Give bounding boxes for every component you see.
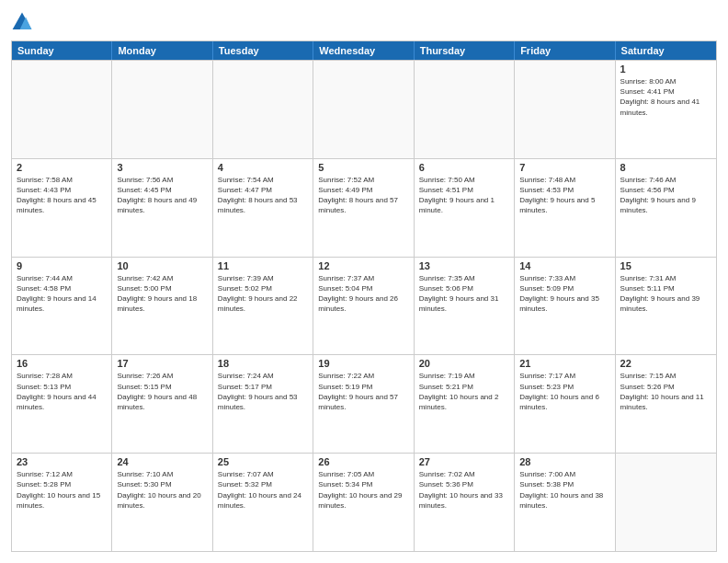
calendar-row: 23Sunrise: 7:12 AM Sunset: 5:28 PM Dayli… (12, 453, 716, 551)
day-number: 7 (519, 162, 609, 173)
weekday-header: Thursday (415, 41, 515, 60)
calendar-body: 1Sunrise: 8:00 AM Sunset: 4:41 PM Daylig… (12, 60, 716, 551)
calendar-cell: 3Sunrise: 7:56 AM Sunset: 4:45 PM Daylig… (112, 159, 212, 257)
day-number: 26 (318, 456, 408, 467)
calendar-cell (12, 61, 112, 158)
calendar-cell: 12Sunrise: 7:37 AM Sunset: 5:04 PM Dayli… (313, 258, 414, 355)
day-number: 2 (17, 162, 107, 173)
calendar-cell: 8Sunrise: 7:46 AM Sunset: 4:56 PM Daylig… (616, 159, 716, 257)
day-info: Sunrise: 7:46 AM Sunset: 4:56 PM Dayligh… (620, 175, 711, 216)
day-info: Sunrise: 7:12 AM Sunset: 5:28 PM Dayligh… (17, 469, 107, 511)
day-number: 10 (117, 260, 207, 271)
day-info: Sunrise: 7:33 AM Sunset: 5:09 PM Dayligh… (519, 273, 609, 315)
day-number: 9 (17, 260, 107, 271)
day-info: Sunrise: 7:58 AM Sunset: 4:43 PM Dayligh… (17, 175, 107, 216)
day-number: 11 (218, 260, 308, 271)
day-number: 21 (519, 358, 609, 369)
day-number: 25 (218, 456, 308, 467)
day-number: 5 (318, 162, 408, 173)
day-info: Sunrise: 7:26 AM Sunset: 5:15 PM Dayligh… (117, 371, 207, 412)
day-info: Sunrise: 7:44 AM Sunset: 4:58 PM Dayligh… (17, 273, 107, 315)
day-number: 4 (218, 162, 308, 173)
calendar-cell: 2Sunrise: 7:58 AM Sunset: 4:43 PM Daylig… (12, 159, 112, 257)
calendar-cell (415, 61, 515, 158)
day-number: 20 (419, 358, 509, 369)
weekday-header: Wednesday (313, 41, 414, 60)
day-info: Sunrise: 7:19 AM Sunset: 5:21 PM Dayligh… (419, 371, 509, 412)
day-number: 24 (117, 456, 207, 467)
calendar-cell: 9Sunrise: 7:44 AM Sunset: 4:58 PM Daylig… (12, 258, 112, 355)
calendar-cell: 15Sunrise: 7:31 AM Sunset: 5:11 PM Dayli… (616, 258, 716, 355)
calendar-cell: 16Sunrise: 7:28 AM Sunset: 5:13 PM Dayli… (12, 355, 112, 453)
day-number: 13 (419, 260, 509, 271)
day-info: Sunrise: 7:02 AM Sunset: 5:36 PM Dayligh… (419, 469, 509, 511)
day-info: Sunrise: 7:07 AM Sunset: 5:32 PM Dayligh… (218, 469, 308, 511)
calendar-cell: 24Sunrise: 7:10 AM Sunset: 5:30 PM Dayli… (112, 454, 212, 551)
day-info: Sunrise: 7:15 AM Sunset: 5:26 PM Dayligh… (620, 371, 711, 412)
logo (11, 11, 37, 33)
calendar-cell: 1Sunrise: 8:00 AM Sunset: 4:41 PM Daylig… (616, 61, 716, 158)
header (11, 11, 717, 33)
calendar-cell (112, 61, 212, 158)
calendar: SundayMondayTuesdayWednesdayThursdayFrid… (11, 40, 717, 552)
calendar-row: 16Sunrise: 7:28 AM Sunset: 5:13 PM Dayli… (12, 354, 716, 453)
day-number: 19 (318, 358, 408, 369)
day-number: 14 (519, 260, 609, 271)
weekday-header: Tuesday (213, 41, 313, 60)
calendar-cell (213, 61, 313, 158)
day-info: Sunrise: 7:31 AM Sunset: 5:11 PM Dayligh… (620, 273, 711, 315)
day-info: Sunrise: 7:24 AM Sunset: 5:17 PM Dayligh… (218, 371, 308, 412)
calendar-cell: 11Sunrise: 7:39 AM Sunset: 5:02 PM Dayli… (213, 258, 313, 355)
day-info: Sunrise: 7:17 AM Sunset: 5:23 PM Dayligh… (519, 371, 609, 412)
day-info: Sunrise: 7:28 AM Sunset: 5:13 PM Dayligh… (17, 371, 107, 412)
calendar-cell: 28Sunrise: 7:00 AM Sunset: 5:38 PM Dayli… (515, 454, 615, 551)
day-number: 8 (620, 162, 711, 173)
day-number: 17 (117, 358, 207, 369)
day-number: 22 (620, 358, 711, 369)
calendar-cell: 5Sunrise: 7:52 AM Sunset: 4:49 PM Daylig… (313, 159, 414, 257)
calendar-cell: 22Sunrise: 7:15 AM Sunset: 5:26 PM Dayli… (616, 355, 716, 453)
weekday-header: Friday (515, 41, 615, 60)
day-number: 12 (318, 260, 408, 271)
calendar-cell: 14Sunrise: 7:33 AM Sunset: 5:09 PM Dayli… (515, 258, 615, 355)
day-number: 28 (519, 456, 609, 467)
day-info: Sunrise: 7:35 AM Sunset: 5:06 PM Dayligh… (419, 273, 509, 315)
day-info: Sunrise: 7:52 AM Sunset: 4:49 PM Dayligh… (318, 175, 408, 216)
day-number: 1 (620, 63, 711, 75)
calendar-cell: 20Sunrise: 7:19 AM Sunset: 5:21 PM Dayli… (415, 355, 515, 453)
day-info: Sunrise: 8:00 AM Sunset: 4:41 PM Dayligh… (620, 76, 711, 118)
day-info: Sunrise: 7:22 AM Sunset: 5:19 PM Dayligh… (318, 371, 408, 412)
calendar-cell: 26Sunrise: 7:05 AM Sunset: 5:34 PM Dayli… (313, 454, 414, 551)
day-info: Sunrise: 7:54 AM Sunset: 4:47 PM Dayligh… (218, 175, 308, 216)
day-number: 6 (419, 162, 509, 173)
weekday-header: Saturday (616, 41, 716, 60)
calendar-cell: 13Sunrise: 7:35 AM Sunset: 5:06 PM Dayli… (415, 258, 515, 355)
calendar-header: SundayMondayTuesdayWednesdayThursdayFrid… (12, 41, 716, 60)
calendar-cell (515, 61, 615, 158)
page: SundayMondayTuesdayWednesdayThursdayFrid… (0, 0, 728, 563)
day-info: Sunrise: 7:39 AM Sunset: 5:02 PM Dayligh… (218, 273, 308, 315)
day-info: Sunrise: 7:56 AM Sunset: 4:45 PM Dayligh… (117, 175, 207, 216)
logo-icon (11, 11, 33, 33)
day-info: Sunrise: 7:05 AM Sunset: 5:34 PM Dayligh… (318, 469, 408, 511)
weekday-header: Sunday (12, 41, 112, 60)
day-info: Sunrise: 7:37 AM Sunset: 5:04 PM Dayligh… (318, 273, 408, 315)
calendar-row: 2Sunrise: 7:58 AM Sunset: 4:43 PM Daylig… (12, 158, 716, 257)
calendar-cell: 17Sunrise: 7:26 AM Sunset: 5:15 PM Dayli… (112, 355, 212, 453)
calendar-cell: 18Sunrise: 7:24 AM Sunset: 5:17 PM Dayli… (213, 355, 313, 453)
calendar-cell: 21Sunrise: 7:17 AM Sunset: 5:23 PM Dayli… (515, 355, 615, 453)
weekday-header: Monday (112, 41, 212, 60)
calendar-cell (616, 454, 716, 551)
calendar-cell: 10Sunrise: 7:42 AM Sunset: 5:00 PM Dayli… (112, 258, 212, 355)
calendar-cell: 6Sunrise: 7:50 AM Sunset: 4:51 PM Daylig… (415, 159, 515, 257)
day-number: 15 (620, 260, 711, 271)
calendar-row: 9Sunrise: 7:44 AM Sunset: 4:58 PM Daylig… (12, 257, 716, 355)
day-number: 23 (17, 456, 107, 467)
day-number: 16 (17, 358, 107, 369)
calendar-cell: 4Sunrise: 7:54 AM Sunset: 4:47 PM Daylig… (213, 159, 313, 257)
day-number: 3 (117, 162, 207, 173)
calendar-row: 1Sunrise: 8:00 AM Sunset: 4:41 PM Daylig… (12, 60, 716, 158)
day-number: 18 (218, 358, 308, 369)
calendar-cell (313, 61, 414, 158)
calendar-cell: 7Sunrise: 7:48 AM Sunset: 4:53 PM Daylig… (515, 159, 615, 257)
